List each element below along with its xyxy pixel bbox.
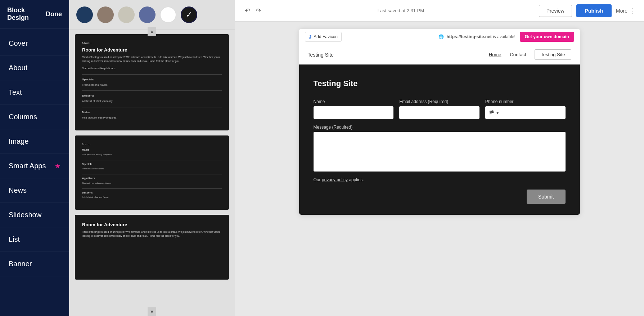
block-preview-2[interactable]: Menu Mains Fine produce, freshly prepare… [75,135,229,210]
site-header: Testing Site Home Contact Testing Site [299,45,580,64]
sidebar-item-about[interactable]: About [0,56,69,80]
section-sub-mains: Fine produce, freshly prepared. [82,116,222,120]
site-content-heading: Testing Site [314,79,566,88]
block1-tagline: Start with something delicious. [82,67,222,71]
swatch-light-gray[interactable] [118,6,135,23]
form-row-1: Name Email address (Required) Phone numb… [314,99,566,119]
name-label: Name [314,99,394,104]
message-label: Message (Required) [314,125,566,130]
left-nav: Cover About Text Columns Image Smart App… [0,28,69,279]
sidebar-item-banner[interactable]: Banner [0,252,69,276]
swatch-black-selected[interactable]: ✓ [181,6,197,23]
favicon-icon: J [309,34,312,40]
swatch-dark-blue[interactable] [76,6,93,23]
email-input[interactable] [399,106,479,119]
section-title-mains: Mains [82,110,222,115]
sidebar-item-label: Banner [9,260,32,268]
phone-flag-icon: 🏴 ▼ [489,110,500,115]
sidebar-item-label: List [9,235,20,244]
sidebar-item-label: News [9,186,27,195]
block-preview-1[interactable]: Menu Room for Adventure Tired of feeling… [75,34,229,130]
sidebar-item-image[interactable]: Image [0,129,69,154]
domain-info: 🌐 https://testing-site.net is available! [346,34,515,39]
b2-desserts-sub: A little bit of what you fancy. [82,196,222,199]
name-field-group: Name [314,99,394,119]
block1-title: Room for Adventure [82,47,222,53]
email-field-group: Email address (Required) [399,99,479,119]
sidebar-item-label: Text [9,88,22,97]
section-title-desserts: Desserts [82,94,222,98]
sidebar-item-list[interactable]: List [0,227,69,252]
sidebar-item-news[interactable]: News [0,178,69,203]
preview-area[interactable]: J Add Favicon 🌐 https://testing-site.net… [235,22,644,316]
phone-input-wrapper: 🏴 ▼ [485,106,566,119]
section-sub-desserts: A little bit of what you fancy. [82,99,222,103]
top-bar: ↶ ↷ Last saved at 2:31 PM Preview Publis… [235,0,644,22]
b2-mains: Mains [82,148,222,152]
middle-panel: ▲ ✓ Menu Room for Adventure Tired of fee… [69,0,235,316]
site-cta-button[interactable]: Testing Site [535,49,571,60]
left-panel-header: Block Design Done [0,0,69,28]
add-favicon-label: Add Favicon [314,34,338,39]
b2-specials: Specials [82,163,222,166]
message-field-group: Message (Required) [314,125,566,173]
sidebar-item-label: About [9,64,27,72]
name-input[interactable] [314,106,394,119]
more-dots-icon: ⋮ [629,7,635,15]
block2-heading: Menu [82,143,222,146]
site-logo: Testing Site [308,52,489,58]
left-panel-title: Block Design [7,6,46,22]
publish-button[interactable]: Publish [576,4,612,17]
privacy-policy-link[interactable]: privacy policy [322,177,348,182]
email-label: Email address (Required) [399,99,479,104]
scroll-down-button[interactable]: ▼ [148,307,156,316]
submit-button[interactable]: Submit [527,190,566,204]
b2-appetizers: Appetizers [82,177,222,181]
sidebar-item-cover[interactable]: Cover [0,31,69,56]
sidebar-item-smart-apps[interactable]: Smart Apps ★ [0,154,69,178]
block-preview-3[interactable]: Room for Adventure Tired of feeling stre… [75,215,229,280]
phone-label: Phone number [485,99,566,104]
redo-button[interactable]: ↷ [255,5,263,16]
color-swatches: ✓ [69,0,235,30]
undo-button[interactable]: ↶ [243,5,252,16]
get-domain-button[interactable]: Get your own domain [520,32,574,42]
b2-mains-sub: Fine produce, freshly prepared. [82,153,222,156]
undo-redo-group: ↶ ↷ [243,5,263,16]
swatch-white[interactable] [160,6,176,23]
sidebar-item-label: Image [9,137,29,146]
message-required: (Required) [332,125,353,130]
globe-icon: 🌐 [438,34,444,39]
right-panel: ↶ ↷ Last saved at 2:31 PM Preview Publis… [235,0,644,316]
block3-description: Tired of feeling stressed or uninspired?… [82,230,222,238]
sidebar-item-label: Columns [9,113,37,121]
privacy-text: Our privacy policy applies. [314,177,566,182]
message-input[interactable] [314,132,566,172]
swatch-medium-blue[interactable] [139,6,156,23]
b2-desserts: Desserts [82,191,222,195]
scroll-up-button[interactable]: ▲ [148,27,156,36]
domain-text: https://testing-site.net [446,34,491,39]
sidebar-item-label: Cover [9,39,28,48]
block3-title: Room for Adventure [82,222,222,227]
preview-button[interactable]: Preview [539,5,572,17]
divider [82,74,222,75]
more-button[interactable]: More ⋮ [616,7,635,15]
section-sub-specials: Fresh seasonal flavors. [82,83,222,87]
block1-description: Tired of feeling stressed or uninspired?… [82,55,222,63]
sidebar-item-text[interactable]: Text [0,80,69,105]
star-icon: ★ [55,162,60,170]
done-button[interactable]: Done [46,10,62,18]
b2-appetizers-sub: Start with something delicious. [82,182,222,185]
email-required: (Required) [428,99,449,104]
divider [82,107,222,107]
divider [82,90,222,91]
divider [82,188,222,189]
add-favicon-button[interactable]: J Add Favicon [305,32,342,42]
nav-home[interactable]: Home [489,52,501,57]
sidebar-item-columns[interactable]: Columns [0,105,69,129]
nav-contact[interactable]: Contact [510,52,526,57]
swatch-taupe[interactable] [97,6,114,23]
middle-scroll-area[interactable]: Menu Room for Adventure Tired of feeling… [69,30,235,316]
sidebar-item-slideshow[interactable]: Slideshow [0,203,69,227]
